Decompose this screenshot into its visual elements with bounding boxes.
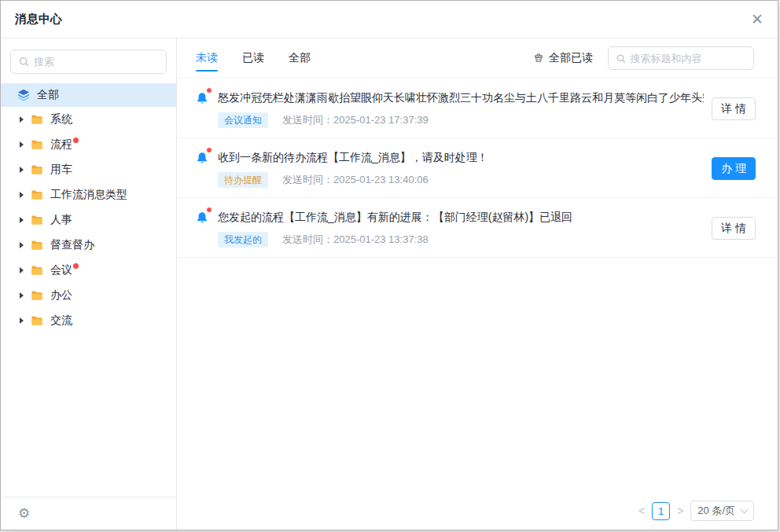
category-tree: 全部 系统 流程 用车 xyxy=(1,82,176,497)
tab-read[interactable]: 已读 xyxy=(242,48,264,68)
caret-right-icon[interactable] xyxy=(20,217,24,223)
message-row: 怒发冲冠凭栏处潇潇雨歇抬望眼仰天长啸壮怀激烈三十功名尘与土八千里路云和月莫等闲白… xyxy=(177,79,778,138)
message-title: 您发起的流程【工作流_消息】有新的进展：【部门经理(赵留林)】已退回 xyxy=(218,209,704,225)
caret-right-icon[interactable] xyxy=(20,267,24,273)
unread-dot xyxy=(206,87,212,94)
sidebar-item-label: 办公 xyxy=(50,288,72,303)
caret-right-icon[interactable] xyxy=(20,317,24,324)
sidebar-item-label: 工作流消息类型 xyxy=(50,188,127,202)
unread-dot xyxy=(206,147,212,153)
sidebar-footer: ⚙ xyxy=(1,497,176,530)
message-time: 发送时间：2025-01-23 17:37:39 xyxy=(282,113,429,127)
sidebar-item-label: 督查督办 xyxy=(50,238,94,252)
content-search-input[interactable] xyxy=(631,53,745,64)
folder-icon xyxy=(31,214,43,226)
caret-right-icon[interactable] xyxy=(20,192,24,198)
sidebar-item-label: 流程 xyxy=(50,138,72,152)
message-tag: 会议通知 xyxy=(218,112,268,128)
content-search[interactable] xyxy=(608,46,754,70)
page-title: 消息中心 xyxy=(15,12,62,27)
message-title: 怒发冲冠凭栏处潇潇雨歇抬望眼仰天长啸壮怀激烈三十功名尘与土八千里路云和月莫等闲白… xyxy=(218,90,704,105)
message-row: 您发起的流程【工作流_消息】有新的进展：【部门经理(赵留林)】已退回 我发起的 … xyxy=(177,198,778,258)
sidebar-item-label: 会议 xyxy=(50,263,72,277)
bell-icon xyxy=(196,92,210,108)
sidebar-item-meeting[interactable]: 会议 xyxy=(1,258,176,283)
message-tag: 待办提醒 xyxy=(218,172,268,188)
message-time: 发送时间：2025-01-23 13:37:38 xyxy=(282,233,429,247)
folder-icon xyxy=(31,163,43,176)
tab-unread[interactable]: 未读 xyxy=(196,48,218,68)
detail-button[interactable]: 详情 xyxy=(712,217,756,240)
sidebar-item-label: 人事 xyxy=(50,213,72,227)
caret-right-icon[interactable] xyxy=(20,167,24,173)
sidebar-item-label: 系统 xyxy=(50,112,72,127)
folder-icon xyxy=(31,289,43,302)
sidebar-item-label: 交流 xyxy=(50,314,72,328)
sidebar-item-vehicle[interactable]: 用车 xyxy=(1,157,176,182)
unread-badge xyxy=(73,263,79,269)
handle-button[interactable]: 办理 xyxy=(712,157,756,180)
message-center-window: 消息中心 ✕ 全部 xyxy=(0,0,778,530)
sidebar-item-office[interactable]: 办公 xyxy=(1,283,176,308)
main-panel: 未读 已读 全部 全部已读 xyxy=(177,39,778,530)
mark-all-read-icon xyxy=(533,53,544,64)
folder-icon xyxy=(31,138,43,151)
message-title: 收到一条新的待办流程【工作流_消息】，请及时处理！ xyxy=(218,149,704,165)
sidebar-item-system[interactable]: 系统 xyxy=(1,107,176,132)
unread-badge xyxy=(73,138,79,143)
folder-icon xyxy=(31,113,43,126)
mark-all-read-button[interactable]: 全部已读 xyxy=(533,51,593,65)
bell-icon xyxy=(196,152,210,167)
gear-icon[interactable]: ⚙ xyxy=(18,507,30,520)
sidebar-search-input[interactable] xyxy=(34,56,158,68)
bell-icon xyxy=(196,211,210,227)
folder-icon xyxy=(31,314,43,327)
sidebar-item-hr[interactable]: 人事 xyxy=(1,207,176,233)
caret-right-icon[interactable] xyxy=(20,141,24,148)
message-tag: 我发起的 xyxy=(218,232,268,248)
sidebar-item-process[interactable]: 流程 xyxy=(1,132,176,157)
folder-icon xyxy=(31,264,43,277)
message-time: 发送时间：2025-01-23 13:40:06 xyxy=(282,173,429,187)
folder-icon xyxy=(31,239,43,251)
message-list: 怒发冲冠凭栏处潇潇雨歇抬望眼仰天长啸壮怀激烈三十功名尘与土八千里路云和月莫等闲白… xyxy=(177,79,778,258)
detail-button[interactable]: 详情 xyxy=(712,97,756,120)
folder-icon xyxy=(31,189,43,201)
sidebar-item-supervision[interactable]: 督查督办 xyxy=(1,233,176,258)
mark-all-read-label: 全部已读 xyxy=(549,51,593,65)
tab-bar: 未读 已读 全部 xyxy=(196,48,311,68)
main-header: 未读 已读 全部 全部已读 xyxy=(177,39,778,79)
sidebar-search[interactable] xyxy=(10,50,167,74)
sidebar: 全部 系统 流程 用车 xyxy=(1,39,177,530)
prev-page-icon[interactable]: < xyxy=(638,504,645,517)
caret-right-icon[interactable] xyxy=(20,116,24,123)
sidebar-item-label: 全部 xyxy=(37,88,59,102)
search-icon xyxy=(19,57,29,67)
caret-right-icon[interactable] xyxy=(20,292,24,299)
page-size-select[interactable]: 20 条/页 xyxy=(690,501,754,521)
page-number[interactable]: 1 xyxy=(652,502,670,520)
chevron-down-icon xyxy=(741,506,749,514)
titlebar: 消息中心 ✕ xyxy=(1,1,778,39)
tab-all[interactable]: 全部 xyxy=(289,48,311,68)
close-icon[interactable]: ✕ xyxy=(751,12,763,27)
search-icon xyxy=(616,53,626,64)
pagination: < 1 > 20 条/页 xyxy=(638,501,754,521)
unread-dot xyxy=(206,207,212,213)
sidebar-item-all[interactable]: 全部 xyxy=(1,83,176,107)
sidebar-item-communication[interactable]: 交流 xyxy=(1,308,176,333)
layers-icon xyxy=(17,89,30,101)
sidebar-item-label: 用车 xyxy=(50,163,72,177)
message-row: 收到一条新的待办流程【工作流_消息】，请及时处理！ 待办提醒 发送时间：2025… xyxy=(177,138,778,198)
sidebar-item-workflow-message-type[interactable]: 工作流消息类型 xyxy=(1,182,176,207)
page-size-label: 20 条/页 xyxy=(697,504,735,518)
next-page-icon[interactable]: > xyxy=(677,504,683,517)
caret-right-icon[interactable] xyxy=(20,242,24,248)
